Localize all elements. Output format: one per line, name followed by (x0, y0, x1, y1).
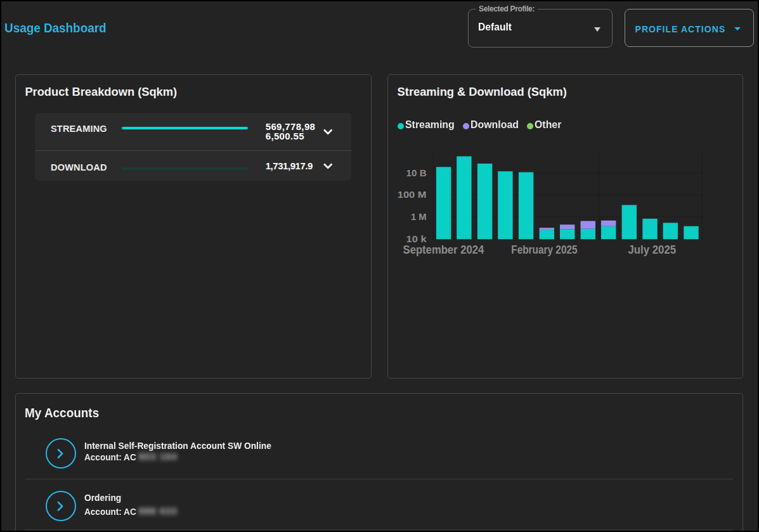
svg-text:100 M: 100 M (398, 190, 427, 200)
svg-text:July 2025: July 2025 (628, 243, 676, 256)
svg-text:10 k: 10 k (406, 234, 427, 244)
svg-text:February 2025: February 2025 (511, 243, 578, 256)
svg-text:September 2024: September 2024 (403, 243, 484, 256)
svg-text:1 M: 1 M (411, 212, 427, 222)
svg-text:10 B: 10 B (406, 168, 427, 178)
